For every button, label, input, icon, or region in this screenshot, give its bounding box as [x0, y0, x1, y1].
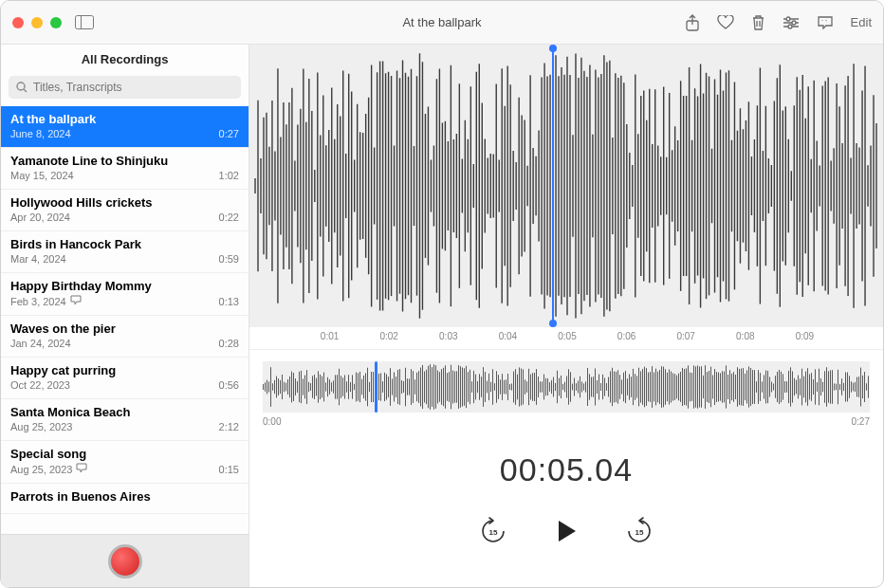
svg-rect-525 — [819, 369, 820, 406]
svg-rect-543 — [853, 383, 854, 392]
svg-rect-395 — [572, 384, 573, 391]
svg-rect-388 — [559, 378, 560, 396]
svg-rect-509 — [788, 371, 789, 403]
settings-button[interactable] — [783, 16, 800, 29]
recording-title: Special song — [10, 447, 239, 461]
delete-button[interactable] — [751, 14, 765, 30]
svg-rect-247 — [291, 372, 292, 403]
svg-rect-297 — [386, 375, 387, 400]
svg-rect-464 — [703, 376, 704, 398]
svg-rect-416 — [612, 368, 613, 406]
favorite-button[interactable] — [717, 15, 734, 30]
svg-rect-248 — [293, 373, 294, 401]
svg-rect-314 — [418, 371, 419, 403]
svg-rect-302 — [396, 377, 396, 397]
svg-rect-457 — [690, 373, 691, 402]
svg-rect-285 — [363, 376, 364, 398]
svg-rect-468 — [710, 367, 711, 408]
recording-item[interactable]: Hollywood Hills cricketsApr 20, 20240:22 — [1, 190, 249, 231]
svg-rect-258 — [312, 376, 313, 397]
recording-item[interactable]: Waves on the pierJan 24, 20240:28 — [1, 316, 249, 358]
svg-rect-238 — [274, 380, 275, 394]
svg-rect-353 — [492, 369, 493, 405]
titlebar: At the ballpark “ ” Edit — [1, 1, 883, 45]
svg-rect-330 — [449, 372, 450, 402]
recording-item[interactable]: Parrots in Buenos Aires — [1, 484, 249, 514]
window-controls — [12, 17, 62, 28]
recording-item[interactable]: Happy Birthday MommyFeb 3, 20240:13 — [1, 273, 249, 316]
svg-rect-337 — [462, 368, 463, 407]
recording-item[interactable]: Yamanote Line to ShinjukuMay 15, 20241:0… — [1, 148, 249, 190]
svg-rect-320 — [430, 364, 431, 410]
edit-button[interactable]: Edit — [851, 15, 872, 29]
playhead[interactable] — [552, 48, 554, 323]
svg-point-4 — [786, 17, 790, 21]
minimize-window-button[interactable] — [31, 17, 43, 28]
svg-rect-390 — [562, 384, 563, 390]
svg-rect-462 — [699, 366, 700, 407]
record-button[interactable] — [108, 544, 142, 579]
recording-item[interactable]: Special songAug 25, 20230:15 — [1, 441, 249, 484]
svg-rect-310 — [411, 369, 412, 405]
svg-rect-298 — [388, 377, 389, 397]
svg-rect-465 — [705, 365, 706, 409]
svg-rect-274 — [342, 377, 343, 396]
svg-rect-513 — [796, 380, 797, 395]
svg-rect-473 — [720, 373, 721, 400]
svg-rect-522 — [813, 379, 814, 395]
recording-item[interactable]: At the ballparkJune 8, 20240:27 — [1, 106, 249, 148]
svg-rect-246 — [289, 377, 290, 397]
search-input[interactable] — [9, 76, 241, 99]
svg-rect-487 — [746, 370, 747, 403]
svg-rect-548 — [862, 376, 863, 398]
svg-rect-492 — [756, 381, 757, 393]
svg-rect-406 — [593, 377, 594, 397]
recording-date: Jan 24, 2024 — [10, 338, 71, 349]
svg-rect-344 — [475, 375, 476, 400]
ruler-tick: 0:08 — [736, 331, 754, 341]
zoom-window-button[interactable] — [50, 17, 62, 28]
svg-rect-352 — [490, 382, 491, 392]
play-button[interactable] — [553, 518, 580, 544]
ruler-tick: 0:07 — [676, 331, 694, 341]
svg-rect-544 — [855, 382, 856, 392]
svg-rect-447 — [671, 372, 672, 403]
recording-item[interactable]: Santa Monica BeachAug 25, 20232:12 — [1, 399, 249, 441]
recording-item[interactable]: Birds in Hancock ParkMar 4, 20240:59 — [1, 231, 249, 273]
svg-rect-349 — [485, 372, 486, 402]
svg-rect-398 — [578, 381, 579, 394]
recording-title: Birds in Hancock Park — [10, 237, 239, 251]
svg-rect-304 — [399, 369, 400, 405]
svg-rect-535 — [838, 370, 838, 404]
svg-rect-301 — [394, 373, 395, 402]
svg-rect-511 — [792, 371, 793, 402]
svg-rect-439 — [655, 369, 656, 406]
svg-rect-266 — [327, 377, 328, 396]
svg-rect-542 — [851, 381, 852, 393]
svg-rect-288 — [369, 382, 370, 392]
svg-rect-271 — [337, 375, 338, 399]
svg-rect-463 — [701, 366, 702, 407]
transcript-button[interactable]: “ ” — [817, 15, 834, 30]
toggle-sidebar-button[interactable] — [75, 15, 94, 29]
recording-title: Yamanote Line to Shinjuku — [10, 154, 239, 168]
svg-rect-506 — [783, 374, 783, 399]
svg-rect-434 — [646, 368, 647, 406]
svg-rect-279 — [352, 375, 353, 398]
svg-point-8 — [788, 25, 792, 28]
svg-rect-427 — [633, 369, 634, 405]
skip-forward-button[interactable]: 15 — [625, 517, 654, 545]
sidebar-header: All Recordings — [1, 45, 249, 72]
svg-rect-245 — [287, 379, 288, 395]
share-button[interactable] — [685, 14, 700, 31]
svg-rect-234 — [267, 380, 267, 395]
svg-rect-264 — [323, 373, 324, 402]
close-window-button[interactable] — [12, 17, 24, 28]
recording-item[interactable]: Happy cat purringOct 22, 20230:56 — [1, 358, 249, 399]
overview-playhead[interactable] — [375, 361, 378, 413]
waveform-main[interactable] — [249, 45, 883, 327]
svg-rect-256 — [308, 382, 309, 392]
skip-back-button[interactable]: 15 — [479, 517, 507, 545]
svg-rect-549 — [864, 372, 865, 402]
waveform-overview[interactable] — [263, 361, 870, 413]
